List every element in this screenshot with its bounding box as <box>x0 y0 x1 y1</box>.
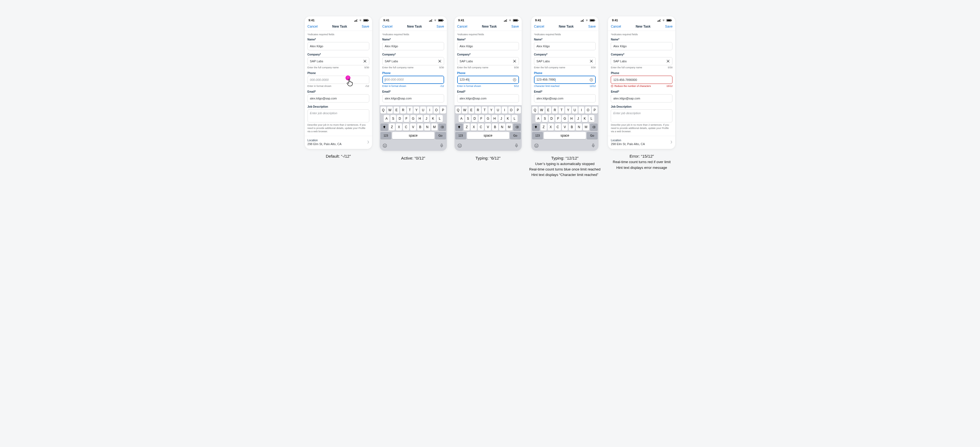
email-input[interactable]: alex.kilgo@sap.com <box>382 94 444 102</box>
key-m[interactable]: M <box>431 124 438 130</box>
company-input[interactable]: SAP Labs <box>534 57 596 65</box>
key-shift[interactable] <box>455 124 463 130</box>
phone-input[interactable]: 123-456-7890 <box>534 76 596 84</box>
key-space[interactable]: space <box>467 132 509 139</box>
key-b[interactable]: B <box>417 124 423 130</box>
key-y[interactable]: Y <box>414 107 419 114</box>
key-space[interactable]: space <box>392 132 434 139</box>
name-input[interactable]: Alex Kilgo <box>611 42 673 50</box>
key-h[interactable]: H <box>417 115 423 122</box>
cancel-button[interactable]: Cancel <box>382 25 393 29</box>
key-t[interactable]: T <box>407 107 413 114</box>
key-j[interactable]: J <box>424 115 430 122</box>
cancel-button[interactable]: Cancel <box>534 25 544 29</box>
key-u[interactable]: U <box>495 107 501 114</box>
cancel-button[interactable]: Cancel <box>307 25 318 29</box>
spec-stage: 9:41 Cancel New Task Save *Indicates req… <box>0 16 980 178</box>
mic-icon[interactable] <box>514 143 519 149</box>
key-backspace[interactable] <box>590 124 598 130</box>
cancel-button[interactable]: Cancel <box>611 25 621 29</box>
emoji-icon[interactable] <box>534 143 539 149</box>
key-backspace[interactable] <box>513 124 521 130</box>
key-v[interactable]: V <box>410 124 416 130</box>
mic-icon[interactable] <box>439 143 444 149</box>
phone-input[interactable]: 000-000-0000 <box>307 76 369 84</box>
key-go[interactable]: Go <box>510 132 521 139</box>
job-textarea[interactable]: Enter job description <box>307 109 369 122</box>
cancel-button[interactable]: Cancel <box>457 25 467 29</box>
save-button[interactable]: Save <box>362 25 369 29</box>
clear-icon[interactable] <box>589 78 593 82</box>
key-f[interactable]: F <box>404 115 409 122</box>
name-input[interactable]: Alex Kilgo <box>307 42 369 50</box>
location-row[interactable]: Location 298 Elm St, Palo Alto, CA <box>305 136 372 149</box>
scan-icon[interactable] <box>666 59 670 63</box>
mic-icon[interactable] <box>591 143 596 149</box>
company-input[interactable]: SAP Labs <box>457 57 519 65</box>
key-y[interactable]: Y <box>488 107 494 114</box>
phone-input[interactable]: 123-456-7890000 <box>611 76 673 84</box>
email-input[interactable]: alex.kilgo@sap.com <box>611 94 673 102</box>
email-input[interactable]: alex.kilgo@sap.com <box>307 94 369 102</box>
key-z[interactable]: Z <box>389 124 395 130</box>
company-input[interactable]: SAP Labs <box>307 57 369 65</box>
key-123[interactable]: 123 <box>455 132 466 139</box>
key-a[interactable]: A <box>384 115 390 122</box>
job-textarea[interactable]: Enter job description <box>611 109 673 122</box>
email-input[interactable]: alex.kilgo@sap.com <box>457 94 519 102</box>
key-go[interactable]: Go <box>587 132 598 139</box>
key-l[interactable]: L <box>437 115 442 122</box>
email-input[interactable]: alex.kilgo@sap.com <box>534 94 596 102</box>
key-r[interactable]: R <box>475 107 481 114</box>
key-p[interactable]: P <box>440 107 446 114</box>
key-e[interactable]: E <box>468 107 474 114</box>
name-input[interactable]: Alex Kilgo <box>382 42 444 50</box>
key-space[interactable]: space <box>544 132 586 139</box>
key-o[interactable]: O <box>508 107 514 114</box>
key-123[interactable]: 123 <box>532 132 543 139</box>
scan-icon[interactable] <box>589 59 593 63</box>
save-button[interactable]: Save <box>511 25 519 29</box>
key-q[interactable]: Q <box>455 107 461 114</box>
key-backspace[interactable] <box>438 124 446 130</box>
key-g[interactable]: G <box>410 115 416 122</box>
key-w[interactable]: W <box>462 107 468 114</box>
key-x[interactable]: X <box>396 124 402 130</box>
save-button[interactable]: Save <box>436 25 444 29</box>
key-shift[interactable] <box>380 124 388 130</box>
phone-input[interactable]: 000-000-0000 <box>382 76 444 84</box>
key-c[interactable]: C <box>403 124 409 130</box>
scan-icon[interactable] <box>363 59 367 63</box>
save-button[interactable]: Save <box>588 25 596 29</box>
phone-input[interactable]: 123-45 <box>457 76 519 84</box>
key-i[interactable]: I <box>427 107 433 114</box>
clear-icon[interactable] <box>513 78 517 82</box>
scan-icon[interactable] <box>438 59 442 63</box>
key-k[interactable]: K <box>430 115 436 122</box>
key-i[interactable]: I <box>502 107 508 114</box>
key-d[interactable]: D <box>397 115 402 122</box>
key-r[interactable]: R <box>400 107 406 114</box>
save-button[interactable]: Save <box>665 25 673 29</box>
key-w[interactable]: W <box>387 107 393 114</box>
key-go[interactable]: Go <box>435 132 446 139</box>
key-u[interactable]: U <box>420 107 426 114</box>
location-row[interactable]: Location298 Elm St, Palo Alto, CA <box>608 136 675 149</box>
emoji-icon[interactable] <box>457 143 462 149</box>
key-t[interactable]: T <box>482 107 488 114</box>
key-123[interactable]: 123 <box>380 132 391 139</box>
key-p[interactable]: P <box>515 107 520 114</box>
key-q[interactable]: Q <box>380 107 386 114</box>
scan-icon[interactable] <box>513 59 517 63</box>
company-input[interactable]: SAP Labs <box>382 57 444 65</box>
name-input[interactable]: Alex Kilgo <box>457 42 519 50</box>
key-s[interactable]: S <box>390 115 396 122</box>
name-input[interactable]: Alex Kilgo <box>534 42 596 50</box>
key-e[interactable]: E <box>394 107 399 114</box>
caption-typing1: Typing: “6/12” <box>476 155 501 161</box>
emoji-icon[interactable] <box>382 143 387 149</box>
company-input[interactable]: SAP Labs <box>611 57 673 65</box>
key-shift[interactable] <box>532 124 540 130</box>
key-n[interactable]: N <box>424 124 430 130</box>
key-o[interactable]: O <box>433 107 439 114</box>
